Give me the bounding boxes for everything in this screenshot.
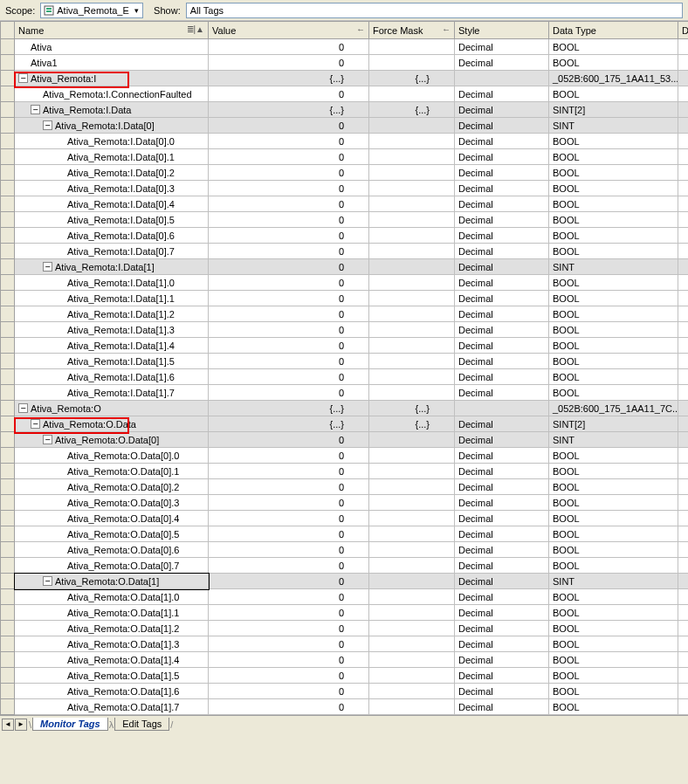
row-header[interactable] [1, 71, 15, 86]
style-cell[interactable]: Decimal [455, 636, 549, 652]
row-header[interactable] [1, 306, 15, 322]
force-cell[interactable] [369, 526, 455, 542]
name-cell[interactable]: Ativa_Remota:I.Data[0].0 [15, 134, 209, 149]
value-cell[interactable]: {...} [209, 102, 369, 118]
table-row[interactable]: −Ativa_Remota:O.Data{...}{...}DecimalSIN… [1, 416, 689, 432]
tab-edit-tags[interactable]: Edit Tags [114, 718, 169, 731]
name-cell[interactable]: Ativa_Remota:I.Data[1].6 [15, 369, 209, 385]
style-cell[interactable]: Decimal [455, 149, 549, 165]
name-cell[interactable]: Ativa_Remota:I.ConnectionFaulted [15, 86, 209, 102]
header-rowhead[interactable] [1, 22, 15, 39]
force-cell[interactable] [369, 118, 455, 134]
row-header[interactable] [1, 291, 15, 306]
value-cell[interactable]: 0 [209, 621, 369, 636]
table-row[interactable]: Ativa_Remota:I.Data[0].20DecimalBOOL [1, 165, 689, 181]
table-row[interactable]: Ativa_Remota:I.ConnectionFaulted0Decimal… [1, 86, 689, 102]
table-row[interactable]: Ativa_Remota:O.Data[1].20DecimalBOOL [1, 621, 689, 636]
table-row[interactable]: −Ativa_Remota:I{...}{...}_052B:600_175_1… [1, 71, 689, 86]
row-header[interactable] [1, 196, 15, 212]
force-cell[interactable] [369, 181, 455, 196]
style-cell[interactable]: Decimal [455, 196, 549, 212]
table-row[interactable]: Ativa_Remota:I.Data[0].00DecimalBOOL [1, 134, 689, 149]
row-header[interactable] [1, 165, 15, 181]
show-dropdown[interactable]: All Tags [186, 3, 683, 18]
force-cell[interactable]: {...} [369, 401, 455, 416]
table-row[interactable]: Ativa_Remota:O.Data[0].70DecimalBOOL [1, 558, 689, 574]
force-cell[interactable] [369, 322, 455, 338]
tab-monitor-tags[interactable]: Monitor Tags [32, 718, 108, 731]
row-header[interactable] [1, 464, 15, 479]
style-cell[interactable]: Decimal [455, 542, 549, 558]
name-cell[interactable]: Ativa_Remota:O.Data[0].6 [15, 542, 209, 558]
row-header[interactable] [1, 432, 15, 448]
value-cell[interactable]: 0 [209, 574, 369, 589]
row-header[interactable] [1, 39, 15, 55]
row-header[interactable] [1, 369, 15, 385]
force-cell[interactable] [369, 275, 455, 291]
row-header[interactable] [1, 385, 15, 401]
table-row[interactable]: Ativa_Remota:I.Data[0].50DecimalBOOL [1, 212, 689, 228]
row-header[interactable] [1, 621, 15, 636]
style-cell[interactable]: Decimal [455, 39, 549, 55]
value-cell[interactable]: 0 [209, 495, 369, 511]
style-cell[interactable]: Decimal [455, 558, 549, 574]
name-cell[interactable]: Ativa_Remota:I.Data[1].3 [15, 322, 209, 338]
force-cell[interactable] [369, 165, 455, 181]
name-cell[interactable]: Ativa_Remota:O.Data[1].7 [15, 699, 209, 715]
style-cell[interactable]: Decimal [455, 369, 549, 385]
table-row[interactable]: Ativa_Remota:O.Data[1].70DecimalBOOL [1, 699, 689, 715]
style-cell[interactable]: Decimal [455, 432, 549, 448]
value-cell[interactable]: 0 [209, 684, 369, 699]
force-cell[interactable] [369, 55, 455, 71]
style-cell[interactable]: Decimal [455, 684, 549, 699]
style-cell[interactable]: Decimal [455, 448, 549, 464]
style-cell[interactable]: Decimal [455, 86, 549, 102]
style-cell[interactable]: Decimal [455, 291, 549, 306]
table-row[interactable]: −Ativa_Remota:I.Data[1]0DecimalSINT [1, 259, 689, 275]
name-cell[interactable]: −Ativa_Remota:O.Data[0] [15, 432, 209, 448]
style-cell[interactable]: Decimal [455, 275, 549, 291]
row-header[interactable] [1, 526, 15, 542]
table-row[interactable]: Ativa_Remota:O.Data[1].10DecimalBOOL [1, 605, 689, 621]
value-cell[interactable]: 0 [209, 668, 369, 684]
collapse-icon[interactable]: − [43, 262, 52, 272]
row-header[interactable] [1, 668, 15, 684]
name-cell[interactable]: −Ativa_Remota:O [15, 401, 209, 416]
value-cell[interactable]: 0 [209, 369, 369, 385]
force-cell[interactable] [369, 385, 455, 401]
header-datatype[interactable]: Data Type [549, 22, 678, 39]
row-header[interactable] [1, 134, 15, 149]
row-header[interactable] [1, 511, 15, 526]
force-cell[interactable] [369, 684, 455, 699]
name-cell[interactable]: Ativa_Remota:I.Data[0].3 [15, 181, 209, 196]
table-row[interactable]: Ativa_Remota:O.Data[0].00DecimalBOOL [1, 448, 689, 464]
force-cell[interactable] [369, 448, 455, 464]
name-cell[interactable]: Ativa_Remota:O.Data[1].6 [15, 684, 209, 699]
force-cell[interactable] [369, 464, 455, 479]
force-cell[interactable] [369, 605, 455, 621]
table-row[interactable]: −Ativa_Remota:O.Data[1]0DecimalSINT [1, 574, 689, 589]
table-row[interactable]: Ativa_Remota:I.Data[1].50DecimalBOOL [1, 354, 689, 369]
table-row[interactable]: Ativa_Remota:O.Data[0].10DecimalBOOL [1, 464, 689, 479]
value-cell[interactable]: {...} [209, 71, 369, 86]
style-cell[interactable]: Decimal [455, 385, 549, 401]
name-cell[interactable]: Ativa_Remota:O.Data[1].2 [15, 621, 209, 636]
name-cell[interactable]: Ativa_Remota:I.Data[1].0 [15, 275, 209, 291]
name-cell[interactable]: Ativa_Remota:I.Data[0].5 [15, 212, 209, 228]
force-cell[interactable] [369, 511, 455, 526]
row-header[interactable] [1, 259, 15, 275]
style-cell[interactable]: Decimal [455, 212, 549, 228]
style-cell[interactable]: Decimal [455, 605, 549, 621]
force-cell[interactable] [369, 259, 455, 275]
name-cell[interactable]: −Ativa_Remota:O.Data [15, 416, 209, 432]
force-cell[interactable] [369, 589, 455, 605]
row-header[interactable] [1, 102, 15, 118]
value-cell[interactable]: 0 [209, 275, 369, 291]
name-cell[interactable]: −Ativa_Remota:O.Data[1] [15, 574, 209, 589]
value-cell[interactable]: 0 [209, 699, 369, 715]
force-cell[interactable] [369, 244, 455, 259]
style-cell[interactable]: Decimal [455, 589, 549, 605]
value-cell[interactable]: {...} [209, 401, 369, 416]
collapse-icon[interactable]: − [18, 403, 28, 413]
name-cell[interactable]: Ativa_Remota:I.Data[1].7 [15, 385, 209, 401]
